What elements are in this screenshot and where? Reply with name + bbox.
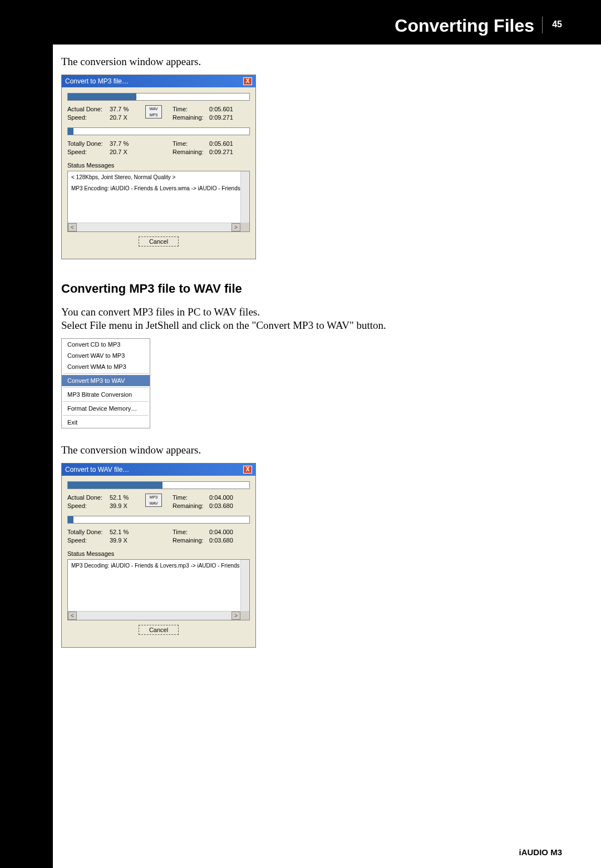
scroll-right-icon[interactable]: > xyxy=(231,611,240,620)
total-done-label: Totally Done: xyxy=(67,140,107,148)
close-icon[interactable]: X xyxy=(243,77,252,85)
menu-convert-wma-mp3[interactable]: Convert WMA to MP3 xyxy=(62,361,150,372)
actual-done-label: Actual Done: xyxy=(67,494,107,502)
actual-done-label: Actual Done: xyxy=(67,105,107,114)
page-number: 45 xyxy=(552,19,562,29)
status-line: MP3 Encoding: iAUDIO - Friends & Lovers.… xyxy=(71,185,246,193)
actual-rem-label: Remaining: xyxy=(173,114,207,122)
section-p2: Select File menu in JetShell and click o… xyxy=(61,319,562,332)
menu-divider xyxy=(63,415,149,416)
total-rem-label: Remaining: xyxy=(173,536,207,545)
total-time-value: 0:04.000 xyxy=(209,528,250,536)
mp3-to-wav-icon: MP3WAV xyxy=(145,494,162,507)
actual-progress-bar xyxy=(67,93,250,101)
menu-divider xyxy=(63,401,149,402)
total-progress-bar xyxy=(67,127,250,135)
actual-rem-value: 0:03.680 xyxy=(209,502,250,510)
status-messages-label: Status Messages xyxy=(67,162,250,169)
actual-time-value: 0:05.601 xyxy=(209,105,250,114)
scrollbar-horizontal[interactable]: < > xyxy=(68,611,240,620)
status-line: < 128Kbps, Joint Stereo, Normal Quality … xyxy=(71,174,246,181)
menu-convert-cd-mp3[interactable]: Convert CD to MP3 xyxy=(62,339,150,350)
total-speed-label: Speed: xyxy=(67,148,107,156)
actual-progress-bar xyxy=(67,481,250,489)
scroll-corner xyxy=(240,611,249,620)
scroll-right-icon[interactable]: > xyxy=(231,223,240,231)
total-progress-bar xyxy=(67,516,250,524)
total-done-label: Totally Done: xyxy=(67,528,107,536)
status-line: MP3 Decoding: iAUDIO - Friends & Lovers.… xyxy=(71,562,246,570)
actual-done-value: 37.7 % xyxy=(110,105,135,114)
scrollbar-horizontal[interactable]: < > xyxy=(68,223,240,231)
scroll-left-icon[interactable]: < xyxy=(68,223,77,231)
dialog-title: Convert to MP3 file… xyxy=(65,77,129,85)
menu-bitrate-conversion[interactable]: MP3 Bitrate Conversion xyxy=(62,389,150,400)
total-rem-label: Remaining: xyxy=(173,148,207,156)
convert-wav-dialog: Convert to WAV file… X Actual Done: Spee… xyxy=(61,463,256,648)
file-menu: Convert CD to MP3 Convert WAV to MP3 Con… xyxy=(61,338,150,428)
wav-to-mp3-icon: WAVMP3 xyxy=(145,105,162,119)
total-speed-value: 20.7 X xyxy=(110,148,135,156)
menu-format-device[interactable]: Format Device Memory… xyxy=(62,403,150,414)
actual-rem-value: 0:09.271 xyxy=(209,114,250,122)
actual-speed-value: 39.9 X xyxy=(110,502,135,510)
menu-convert-wav-mp3[interactable]: Convert WAV to MP3 xyxy=(62,350,150,361)
actual-speed-label: Speed: xyxy=(67,502,107,510)
section-heading: Converting MP3 file to WAV file xyxy=(61,282,562,296)
actual-rem-label: Remaining: xyxy=(173,502,207,510)
total-time-label: Time: xyxy=(173,528,207,536)
status-messages-box: < 128Kbps, Joint Stereo, Normal Quality … xyxy=(67,171,250,232)
actual-speed-label: Speed: xyxy=(67,114,107,122)
total-done-value: 52.1 % xyxy=(110,528,135,536)
dialog-titlebar[interactable]: Convert to WAV file… X xyxy=(62,463,255,476)
status-messages-label: Status Messages xyxy=(67,550,250,557)
total-done-value: 37.7 % xyxy=(110,140,135,148)
actual-done-value: 52.1 % xyxy=(110,494,135,502)
cancel-button[interactable]: Cancel xyxy=(139,625,179,635)
total-speed-label: Speed: xyxy=(67,536,107,545)
total-speed-value: 39.9 X xyxy=(110,536,135,545)
dialog-titlebar[interactable]: Convert to MP3 file… X xyxy=(62,75,255,87)
header-divider xyxy=(542,17,543,33)
convert-mp3-dialog: Convert to MP3 file… X Actual Done: Spee… xyxy=(61,75,256,259)
scroll-left-icon[interactable]: < xyxy=(68,611,77,620)
total-rem-value: 0:09.271 xyxy=(209,148,250,156)
close-icon[interactable]: X xyxy=(243,466,252,474)
actual-time-label: Time: xyxy=(173,494,207,502)
actual-speed-value: 20.7 X xyxy=(110,114,135,122)
total-time-label: Time: xyxy=(173,140,207,148)
footer-model: iAUDIO M3 xyxy=(519,847,562,857)
cancel-button[interactable]: Cancel xyxy=(139,236,179,246)
scrollbar-vertical[interactable] xyxy=(240,171,249,223)
intro-text-1: The conversion window appears. xyxy=(61,56,562,68)
status-messages-box: MP3 Decoding: iAUDIO - Friends & Lovers.… xyxy=(67,559,250,620)
menu-divider xyxy=(63,373,149,374)
dialog-title: Convert to WAV file… xyxy=(65,466,129,474)
scroll-corner xyxy=(240,223,249,231)
scrollbar-vertical[interactable] xyxy=(240,560,249,611)
section-p1: You can convert MP3 files in PC to WAV f… xyxy=(61,306,562,318)
total-time-value: 0:05.601 xyxy=(209,140,250,148)
menu-divider xyxy=(63,387,149,388)
menu-convert-mp3-wav[interactable]: Convert MP3 to WAV xyxy=(62,375,150,386)
menu-exit[interactable]: Exit xyxy=(62,417,150,428)
side-band xyxy=(0,0,53,868)
page-title: Converting Files xyxy=(395,16,534,36)
total-rem-value: 0:03.680 xyxy=(209,536,250,545)
actual-time-value: 0:04.000 xyxy=(209,494,250,502)
actual-time-label: Time: xyxy=(173,105,207,114)
intro-text-2: The conversion window appears. xyxy=(61,444,562,456)
